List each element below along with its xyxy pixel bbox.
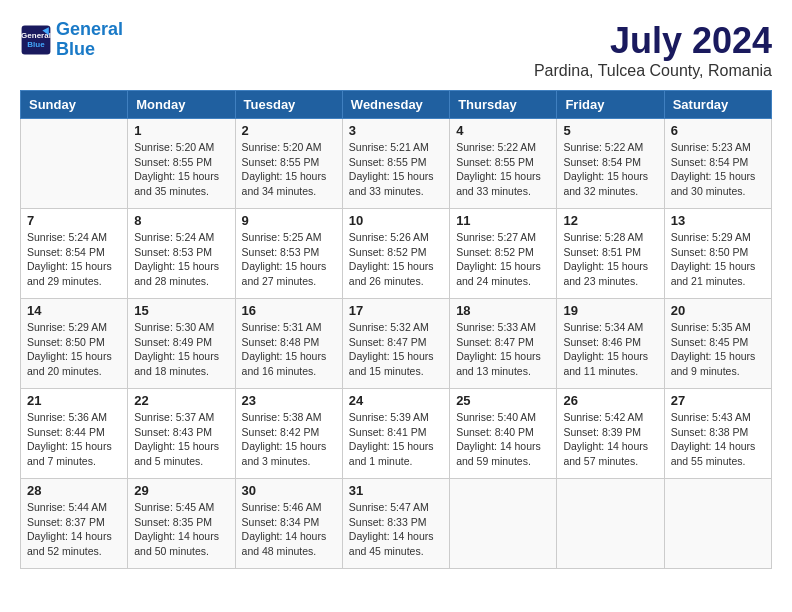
weekday-header-cell: Sunday — [21, 91, 128, 119]
calendar-day-cell: 22Sunrise: 5:37 AMSunset: 8:43 PMDayligh… — [128, 389, 235, 479]
day-info: Sunrise: 5:42 AMSunset: 8:39 PMDaylight:… — [563, 410, 657, 469]
day-number: 24 — [349, 393, 443, 408]
day-info: Sunrise: 5:35 AMSunset: 8:45 PMDaylight:… — [671, 320, 765, 379]
calendar-day-cell: 29Sunrise: 5:45 AMSunset: 8:35 PMDayligh… — [128, 479, 235, 569]
calendar-day-cell: 21Sunrise: 5:36 AMSunset: 8:44 PMDayligh… — [21, 389, 128, 479]
day-info: Sunrise: 5:36 AMSunset: 8:44 PMDaylight:… — [27, 410, 121, 469]
calendar-day-cell: 17Sunrise: 5:32 AMSunset: 8:47 PMDayligh… — [342, 299, 449, 389]
day-info: Sunrise: 5:39 AMSunset: 8:41 PMDaylight:… — [349, 410, 443, 469]
day-info: Sunrise: 5:26 AMSunset: 8:52 PMDaylight:… — [349, 230, 443, 289]
day-info: Sunrise: 5:22 AMSunset: 8:54 PMDaylight:… — [563, 140, 657, 199]
logo-general: General — [56, 19, 123, 39]
calendar-day-cell: 7Sunrise: 5:24 AMSunset: 8:54 PMDaylight… — [21, 209, 128, 299]
calendar-day-cell: 11Sunrise: 5:27 AMSunset: 8:52 PMDayligh… — [450, 209, 557, 299]
day-info: Sunrise: 5:30 AMSunset: 8:49 PMDaylight:… — [134, 320, 228, 379]
day-info: Sunrise: 5:45 AMSunset: 8:35 PMDaylight:… — [134, 500, 228, 559]
day-number: 29 — [134, 483, 228, 498]
weekday-header-cell: Monday — [128, 91, 235, 119]
calendar-day-cell: 18Sunrise: 5:33 AMSunset: 8:47 PMDayligh… — [450, 299, 557, 389]
calendar-day-cell: 30Sunrise: 5:46 AMSunset: 8:34 PMDayligh… — [235, 479, 342, 569]
calendar-body: 1Sunrise: 5:20 AMSunset: 8:55 PMDaylight… — [21, 119, 772, 569]
day-number: 23 — [242, 393, 336, 408]
calendar-day-cell: 15Sunrise: 5:30 AMSunset: 8:49 PMDayligh… — [128, 299, 235, 389]
calendar-week-row: 14Sunrise: 5:29 AMSunset: 8:50 PMDayligh… — [21, 299, 772, 389]
day-number: 7 — [27, 213, 121, 228]
day-info: Sunrise: 5:40 AMSunset: 8:40 PMDaylight:… — [456, 410, 550, 469]
day-number: 14 — [27, 303, 121, 318]
day-number: 19 — [563, 303, 657, 318]
day-info: Sunrise: 5:25 AMSunset: 8:53 PMDaylight:… — [242, 230, 336, 289]
day-number: 11 — [456, 213, 550, 228]
weekday-header-row: SundayMondayTuesdayWednesdayThursdayFrid… — [21, 91, 772, 119]
calendar-day-cell: 9Sunrise: 5:25 AMSunset: 8:53 PMDaylight… — [235, 209, 342, 299]
day-info: Sunrise: 5:20 AMSunset: 8:55 PMDaylight:… — [242, 140, 336, 199]
day-number: 28 — [27, 483, 121, 498]
day-info: Sunrise: 5:23 AMSunset: 8:54 PMDaylight:… — [671, 140, 765, 199]
day-info: Sunrise: 5:31 AMSunset: 8:48 PMDaylight:… — [242, 320, 336, 379]
day-info: Sunrise: 5:43 AMSunset: 8:38 PMDaylight:… — [671, 410, 765, 469]
day-number: 31 — [349, 483, 443, 498]
calendar-day-cell — [450, 479, 557, 569]
day-info: Sunrise: 5:38 AMSunset: 8:42 PMDaylight:… — [242, 410, 336, 469]
day-number: 4 — [456, 123, 550, 138]
header: General Blue General Blue July 2024 Pard… — [20, 20, 772, 80]
calendar-day-cell: 8Sunrise: 5:24 AMSunset: 8:53 PMDaylight… — [128, 209, 235, 299]
weekday-header-cell: Friday — [557, 91, 664, 119]
day-info: Sunrise: 5:33 AMSunset: 8:47 PMDaylight:… — [456, 320, 550, 379]
calendar-week-row: 28Sunrise: 5:44 AMSunset: 8:37 PMDayligh… — [21, 479, 772, 569]
calendar-day-cell: 26Sunrise: 5:42 AMSunset: 8:39 PMDayligh… — [557, 389, 664, 479]
calendar-day-cell — [21, 119, 128, 209]
calendar-day-cell: 12Sunrise: 5:28 AMSunset: 8:51 PMDayligh… — [557, 209, 664, 299]
calendar-day-cell: 28Sunrise: 5:44 AMSunset: 8:37 PMDayligh… — [21, 479, 128, 569]
calendar-day-cell: 23Sunrise: 5:38 AMSunset: 8:42 PMDayligh… — [235, 389, 342, 479]
location-title: Pardina, Tulcea County, Romania — [534, 62, 772, 80]
day-info: Sunrise: 5:37 AMSunset: 8:43 PMDaylight:… — [134, 410, 228, 469]
day-info: Sunrise: 5:28 AMSunset: 8:51 PMDaylight:… — [563, 230, 657, 289]
calendar-week-row: 7Sunrise: 5:24 AMSunset: 8:54 PMDaylight… — [21, 209, 772, 299]
calendar-day-cell: 20Sunrise: 5:35 AMSunset: 8:45 PMDayligh… — [664, 299, 771, 389]
day-number: 8 — [134, 213, 228, 228]
day-number: 22 — [134, 393, 228, 408]
day-number: 5 — [563, 123, 657, 138]
day-info: Sunrise: 5:32 AMSunset: 8:47 PMDaylight:… — [349, 320, 443, 379]
weekday-header-cell: Wednesday — [342, 91, 449, 119]
calendar-day-cell: 10Sunrise: 5:26 AMSunset: 8:52 PMDayligh… — [342, 209, 449, 299]
calendar-day-cell: 2Sunrise: 5:20 AMSunset: 8:55 PMDaylight… — [235, 119, 342, 209]
day-number: 2 — [242, 123, 336, 138]
weekday-header-cell: Thursday — [450, 91, 557, 119]
day-info: Sunrise: 5:46 AMSunset: 8:34 PMDaylight:… — [242, 500, 336, 559]
calendar-day-cell: 14Sunrise: 5:29 AMSunset: 8:50 PMDayligh… — [21, 299, 128, 389]
calendar-day-cell: 4Sunrise: 5:22 AMSunset: 8:55 PMDaylight… — [450, 119, 557, 209]
day-number: 30 — [242, 483, 336, 498]
day-info: Sunrise: 5:27 AMSunset: 8:52 PMDaylight:… — [456, 230, 550, 289]
day-info: Sunrise: 5:34 AMSunset: 8:46 PMDaylight:… — [563, 320, 657, 379]
day-number: 15 — [134, 303, 228, 318]
day-number: 12 — [563, 213, 657, 228]
calendar-week-row: 1Sunrise: 5:20 AMSunset: 8:55 PMDaylight… — [21, 119, 772, 209]
svg-text:Blue: Blue — [27, 40, 45, 49]
day-number: 17 — [349, 303, 443, 318]
calendar-table: SundayMondayTuesdayWednesdayThursdayFrid… — [20, 90, 772, 569]
calendar-day-cell: 27Sunrise: 5:43 AMSunset: 8:38 PMDayligh… — [664, 389, 771, 479]
day-number: 18 — [456, 303, 550, 318]
logo-icon: General Blue — [20, 24, 52, 56]
weekday-header-cell: Tuesday — [235, 91, 342, 119]
day-info: Sunrise: 5:24 AMSunset: 8:53 PMDaylight:… — [134, 230, 228, 289]
day-number: 10 — [349, 213, 443, 228]
calendar-day-cell — [664, 479, 771, 569]
day-info: Sunrise: 5:29 AMSunset: 8:50 PMDaylight:… — [27, 320, 121, 379]
calendar-week-row: 21Sunrise: 5:36 AMSunset: 8:44 PMDayligh… — [21, 389, 772, 479]
calendar-day-cell: 31Sunrise: 5:47 AMSunset: 8:33 PMDayligh… — [342, 479, 449, 569]
calendar-day-cell: 19Sunrise: 5:34 AMSunset: 8:46 PMDayligh… — [557, 299, 664, 389]
calendar-day-cell: 24Sunrise: 5:39 AMSunset: 8:41 PMDayligh… — [342, 389, 449, 479]
day-number: 1 — [134, 123, 228, 138]
title-area: July 2024 Pardina, Tulcea County, Romani… — [534, 20, 772, 80]
day-number: 27 — [671, 393, 765, 408]
logo-blue: Blue — [56, 39, 95, 59]
day-number: 3 — [349, 123, 443, 138]
calendar-day-cell: 3Sunrise: 5:21 AMSunset: 8:55 PMDaylight… — [342, 119, 449, 209]
day-number: 26 — [563, 393, 657, 408]
day-info: Sunrise: 5:47 AMSunset: 8:33 PMDaylight:… — [349, 500, 443, 559]
day-number: 21 — [27, 393, 121, 408]
day-number: 13 — [671, 213, 765, 228]
